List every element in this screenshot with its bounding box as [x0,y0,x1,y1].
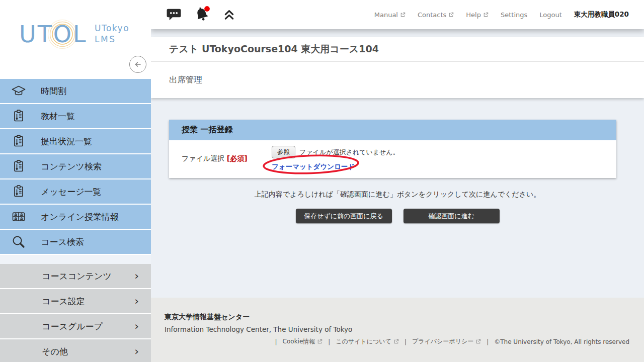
chat-icon [166,8,182,22]
footer-link-label: Cookie情報 [283,337,315,346]
footer-link-cookie[interactable]: Cookie情報 [283,337,323,346]
footer-copyright: ©The University of Tokyo, All rights res… [494,338,629,345]
footer-separator: | [405,338,407,345]
external-link-icon [393,339,399,344]
topbar-link-label: Settings [501,11,527,19]
topbar-link-help[interactable]: Help [466,11,489,19]
topbar-icons [166,5,235,24]
sidebar-item-materials[interactable]: 教材一覧 [0,104,151,128]
footer-link-label: プライバシーポリシー [412,337,473,346]
chevron-right-icon: › [134,296,139,307]
logo-subtitle-1: UTokyo [95,23,129,33]
sidebar-item-label: コンテンツ検索 [41,161,102,172]
format-download-link[interactable]: フォーマットダウンロード [272,162,355,170]
footer-org-ja: 東京大学情報基盤センター [165,313,629,322]
file-select-label-text: ファイル選択 [182,154,224,162]
sidebar-item-label: コースグループ [42,321,103,332]
chevron-right-icon: › [134,321,139,332]
utol-app: Manual Contacts Help Settings Logout 東 [0,0,644,362]
sidebar-menu: 時間割 教材一覧 [0,79,151,254]
file-control: 参照 ファイルが選択されていません。 フォーマットダウンロード [272,146,399,171]
sidebar-item-online-class-info[interactable]: オンライン授業情報 [0,205,151,229]
content: 授業 一括登録 ファイル選択 [必須] 参照 ファイルが選択されていません。 フ… [151,99,644,298]
footer-separator: | [275,338,277,345]
course-title: テスト UTokyoCourse104 東大用コース104 [169,43,379,56]
topbar-link-logout[interactable]: Logout [539,11,562,19]
sidebar-item-course-contents[interactable]: コースコンテンツ › [0,264,151,288]
sidebar-header: UTOL UTokyo LMS [0,0,151,79]
required-badge: [必須] [227,154,248,162]
sidebar-item-label: 時間割 [41,85,66,97]
format-download-row: フォーマットダウンロード [272,161,399,171]
topbar-link-label: Contacts [418,11,446,19]
file-select-label: ファイル選択 [必須] [182,154,272,163]
panel-header: 授業 一括登録 [169,120,616,140]
clipboard-icon [11,158,27,174]
sidebar-item-label: コースコンテンツ [42,270,112,282]
sidebar-item-submission-status[interactable]: 提出状況一覧 [0,129,151,153]
topbar-link-manual[interactable]: Manual [374,11,406,19]
collapse-topbar-button[interactable] [223,9,235,21]
sidebar-item-others[interactable]: その他 › [0,339,151,362]
browse-button[interactable]: 参照 [272,146,295,158]
topbar-link-settings[interactable]: Settings [501,11,527,19]
sidebar-item-content-search[interactable]: コンテンツ検索 [0,154,151,178]
footer: 東京大学情報基盤センター Information Technology Cent… [151,298,644,362]
sidebar-item-label: 教材一覧 [41,111,75,122]
sidebar-item-messages[interactable]: メッセージ一覧 [0,179,151,204]
page-title-row: 出席管理 [151,62,644,98]
footer-link-label: このサイトについて [336,337,391,346]
graduation-cap-icon [11,83,27,99]
instruction-text: 上記内容でよろしければ「確認画面に進む」ボタンをクリックして次に進んでください。 [151,190,644,199]
sidebar-item-label: 提出状況一覧 [41,136,92,147]
external-link-icon [475,339,481,344]
sidebar: UTOL UTokyo LMS 時間割 [0,0,151,362]
sidebar-item-course-group[interactable]: コースグループ › [0,314,151,338]
sidebar-collapse-button[interactable] [129,56,146,73]
chevron-right-icon: › [134,270,139,282]
sidebar-menu-gap [0,255,151,264]
topbar-link-label: Manual [374,11,398,19]
sidebar-course-menu: コースコンテンツ › コース設定 › コースグループ › その他 › [0,264,151,362]
notifications-button[interactable] [193,5,212,24]
clipboard-icon [11,184,27,200]
file-input: 参照 ファイルが選択されていません。 [272,146,399,158]
course-title-row: テスト UTokyoCourse104 東大用コース104 [151,37,644,62]
topbar: Manual Contacts Help Settings Logout 東 [151,0,644,29]
topbar-link-contacts[interactable]: Contacts [418,11,454,19]
back-arrow-icon [133,60,142,69]
double-chevron-up-icon [223,9,235,21]
clipboard-icon [11,133,27,149]
chat-button[interactable] [166,8,182,22]
search-icon [11,234,27,250]
topbar-link-label: Help [466,11,481,19]
no-file-selected-text: ファイルが選択されていません。 [299,148,399,157]
back-without-save-button[interactable]: 保存せずに前の画面に戻る [296,209,392,223]
sidebar-item-label: コース設定 [42,296,85,307]
main-area: Manual Contacts Help Settings Logout 東 [151,0,644,362]
sidebar-item-label: コース検索 [41,236,84,248]
sidebar-item-label: メッセージ一覧 [41,186,102,198]
external-link-icon [483,12,489,18]
sidebar-item-course-search[interactable]: コース検索 [0,230,151,254]
external-link-icon [400,12,406,18]
external-link-icon [448,12,454,18]
footer-separator: | [328,338,330,345]
external-link-icon [317,339,323,344]
logo-text: UTOL [19,21,88,48]
notification-badge [204,6,210,12]
sidebar-item-course-settings[interactable]: コース設定 › [0,289,151,313]
username: 東大用教職員020 [574,10,629,19]
online-class-icon [11,209,27,225]
utol-logo: UTOL UTokyo LMS [14,14,137,52]
footer-separator: | [487,338,489,345]
bell-icon [193,5,212,24]
footer-links: | Cookie情報 | このサイトについて | プライバシーポリシー | ©T… [165,337,629,346]
footer-org-en: Information Technology Center, The Unive… [165,325,629,333]
sidebar-item-timetable[interactable]: 時間割 [0,79,151,103]
go-to-confirm-button[interactable]: 確認画面に進む [404,209,500,223]
footer-link-about[interactable]: このサイトについて [336,337,399,346]
page-header: テスト UTokyoCourse104 東大用コース104 出席管理 [151,37,644,98]
footer-link-privacy[interactable]: プライバシーポリシー [412,337,481,346]
sidebar-item-label: オンライン授業情報 [41,211,119,223]
